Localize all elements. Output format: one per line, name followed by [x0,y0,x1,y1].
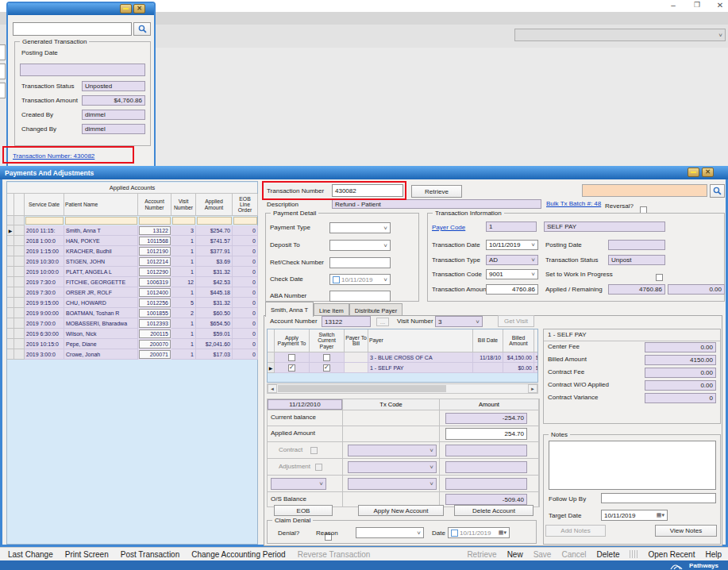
row-selector[interactable] [7,298,14,308]
toolbar-button[interactable]: New [507,550,523,559]
table-row[interactable]: 2019 10:30:0 STIGEN, JOHN 1012214 1 $3.6… [7,256,258,267]
applied-accounts-filter-row[interactable] [7,216,258,225]
payment-type-dropdown[interactable] [329,222,391,233]
apply-payment-checkbox[interactable] [288,354,295,361]
apply-payment-checkbox[interactable] [288,364,295,372]
apply-new-account-button[interactable]: Apply New Account [358,505,444,516]
tab[interactable]: Smith, Anna T [265,302,314,317]
table-row[interactable]: 2019 1:15:00 KRACHER, Budhil 1012190 1 $… [7,246,258,256]
target-date-picker[interactable]: 10/11/2019 ▦▾ [601,510,668,521]
retrieve-button[interactable]: Retrieve [411,185,462,198]
table-row[interactable]: 2019 7:00:0 MOBASSERI, Bharadwa 1012393 … [7,318,258,329]
delete-account-button[interactable]: Delete Account [454,505,533,516]
row-selector[interactable] [268,352,275,363]
toolbar-button[interactable]: Delete [597,550,620,559]
table-row[interactable]: 2019 9:15:00 CHU, HOWARD 1012256 5 $31.3… [7,298,258,308]
row-selector[interactable] [7,318,14,329]
row-selector[interactable] [7,267,14,277]
row-selector[interactable] [7,308,14,318]
account-lookup-button[interactable]: ... [376,318,389,326]
scroll-right-icon[interactable]: ► [528,384,537,393]
adjustment-code-dropdown[interactable] [348,461,437,473]
contract-code-dropdown[interactable] [348,445,437,456]
search-input[interactable] [13,22,132,36]
calendar-icon[interactable]: ▦▾ [657,512,664,518]
adjustment-checkbox[interactable] [315,464,322,471]
row-selector[interactable] [7,339,14,349]
payer-code-link[interactable]: Payer Code [432,224,465,231]
row-selector[interactable] [7,236,14,246]
transaction-date-dropdown[interactable]: 10/11/2019 [486,240,538,250]
payments-adjustments-titlebar[interactable]: Payments And Adjustments ✕ [0,166,728,179]
toolbar-button[interactable]: Change Accounting Period [191,550,285,559]
table-row[interactable]: 2018 1:00:0 HAN, POKYE 1011568 1 $741.57… [7,236,258,246]
toolbar-button[interactable]: Last Change [8,550,53,559]
deposit-to-dropdown[interactable] [329,240,391,251]
payer-row[interactable]: 1 - SELF PAY $0.00 $0.00 [268,363,537,373]
extra-type-dropdown[interactable] [271,478,326,490]
aba-number-input[interactable] [329,291,391,302]
toolbar-button[interactable]: Cancel [561,550,586,559]
row-selector[interactable] [7,225,14,236]
follow-up-by-input[interactable] [601,493,716,503]
toolbar-button[interactable]: Reverse Transaction [298,550,371,559]
add-notes-button[interactable]: Add Notes [545,525,606,537]
table-row[interactable]: 2019 6:30:00 Wilson, Nick 200115 1 $59.0… [7,329,258,339]
row-selector[interactable] [7,256,14,267]
contract-checkbox[interactable] [310,447,318,454]
col-visit-number[interactable]: Visit Number [171,194,196,216]
transaction-code-dropdown[interactable]: 9001 [486,269,538,279]
ref-check-number-input[interactable] [329,257,391,268]
quick-search-button[interactable] [710,184,725,198]
notes-textarea[interactable] [549,441,716,490]
denial-reason-dropdown[interactable] [356,527,424,538]
row-selector[interactable] [7,246,14,256]
row-selector[interactable] [7,287,14,298]
get-visit-button[interactable]: Get Visit [498,315,534,327]
table-row[interactable]: 2019 10:00:0 PLATT, ANGELA L 1012290 1 $… [7,267,258,277]
app-restore-icon[interactable]: ❐ [689,1,705,11]
quick-search-input[interactable] [582,184,707,197]
denial-date-picker[interactable]: 10/11/2019 ▦▾ [448,527,510,538]
minimize-icon[interactable] [120,4,132,13]
app-minimize-icon[interactable]: – [665,1,681,11]
switch-payer-checkbox[interactable] [323,354,330,361]
posting-date-field[interactable] [20,64,145,76]
toolbar-button[interactable]: Print Screen [65,550,109,559]
toolbar-button[interactable]: Post Transaction [121,550,179,559]
extra-code-dropdown[interactable] [348,478,437,490]
view-notes-button[interactable]: View Notes [655,525,717,537]
table-row[interactable]: 2019 3:00:0 Crowe, Jonah 200071 1 $17.03… [7,349,258,360]
table-row[interactable]: 2019 7:30:0 ORSER JR, ROLF 1012400 1 $44… [7,287,258,298]
check-date-picker[interactable]: 10/11/2019 [329,274,391,285]
col-eob-line-order[interactable]: EOB Line Order [233,194,258,216]
minimize-icon[interactable] [688,168,699,177]
denial-date-checkbox[interactable] [451,530,458,537]
transaction-amount-input[interactable]: 4760.86 [486,284,538,295]
search-button[interactable] [133,22,151,36]
row-selector[interactable] [7,349,14,360]
col-applied-amount[interactable]: Applied Amount [196,194,233,216]
table-row[interactable]: 2010 11:15: Smith, Anna T 13122 3 $254.7… [7,225,258,236]
row-selector[interactable] [268,363,275,373]
scroll-left-icon[interactable]: ◄ [268,384,277,393]
account-number-field[interactable]: 13122 [322,316,371,327]
toolbar-button[interactable]: Help [705,550,722,559]
visit-number-dropdown[interactable]: 3 [435,316,483,327]
toolbar-button[interactable]: Open Recent [648,550,695,559]
payer-row[interactable]: 3 - BLUE CROSS OF CA 11/18/10 $4,150.00 … [268,352,537,363]
table-row[interactable]: 2019 7:30:0 FITCHIE, GEORGETTE 1006319 1… [7,277,258,287]
calendar-icon[interactable]: ▦▾ [499,530,507,536]
scroll-thumb[interactable] [278,385,446,392]
col-service-date[interactable]: Service Date [25,194,64,216]
set-to-wip-checkbox[interactable] [656,274,663,281]
switch-payer-checkbox[interactable] [323,364,330,372]
row-selector[interactable] [7,329,14,339]
toolbar-button[interactable]: Save [533,550,552,559]
col-patient-name[interactable]: Patient Name [64,194,138,216]
check-date-checkbox[interactable] [333,276,340,283]
close-icon[interactable]: ✕ [702,168,714,177]
payer-grid-hscrollbar[interactable]: ◄ ► [267,383,538,394]
row-selector[interactable] [7,277,14,287]
bulk-tx-batch-link[interactable]: Bulk Tx Batch #: 48 [546,200,601,207]
